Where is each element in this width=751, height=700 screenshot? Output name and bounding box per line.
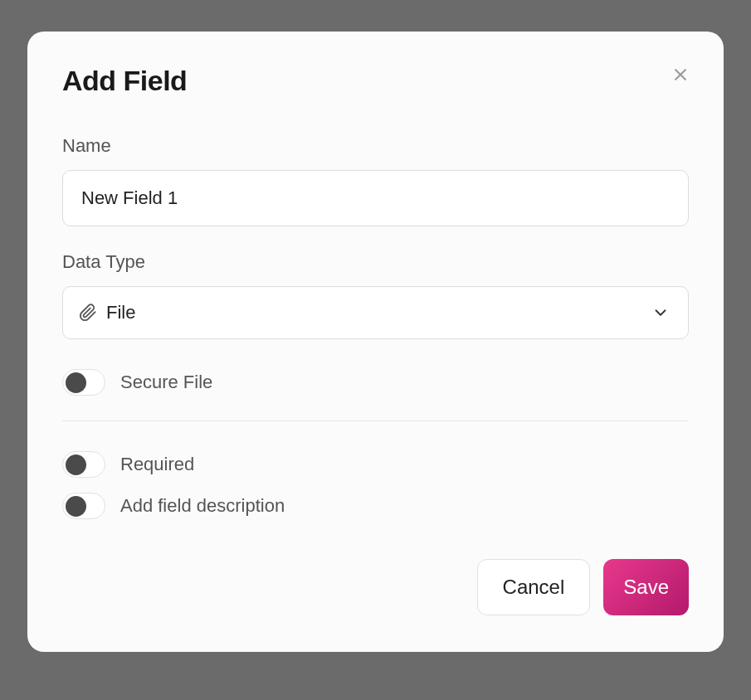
attachment-icon: [78, 303, 98, 323]
secure-file-toggle[interactable]: [62, 369, 105, 396]
add-description-row: Add field description: [62, 493, 689, 519]
modal-title: Add Field: [62, 65, 689, 97]
secure-file-label: Secure File: [120, 372, 212, 393]
required-toggle[interactable]: [62, 451, 105, 478]
close-icon: [672, 66, 689, 83]
button-row: Cancel Save: [62, 559, 689, 615]
data-type-value: File: [106, 302, 651, 323]
name-label: Name: [62, 135, 689, 157]
toggle-knob: [66, 372, 86, 393]
toggle-knob: [66, 455, 86, 475]
close-button[interactable]: [667, 61, 694, 88]
name-group: Name: [62, 135, 689, 226]
toggle-knob: [66, 496, 86, 517]
required-label: Required: [120, 454, 194, 475]
secure-file-row: Secure File: [62, 369, 689, 396]
chevron-down-icon: [651, 304, 670, 322]
data-type-label: Data Type: [62, 251, 689, 273]
add-field-modal: Add Field Name Data Type File: [27, 32, 724, 652]
add-description-label: Add field description: [120, 495, 285, 517]
divider: [62, 420, 689, 421]
required-row: Required: [62, 451, 689, 478]
save-button[interactable]: Save: [603, 559, 689, 615]
cancel-button[interactable]: Cancel: [477, 559, 591, 615]
modal-header: Add Field: [62, 65, 689, 97]
add-description-toggle[interactable]: [62, 493, 105, 519]
name-input[interactable]: [62, 170, 689, 226]
data-type-select[interactable]: File: [62, 286, 689, 339]
data-type-group: Data Type File Secure File: [62, 251, 689, 396]
